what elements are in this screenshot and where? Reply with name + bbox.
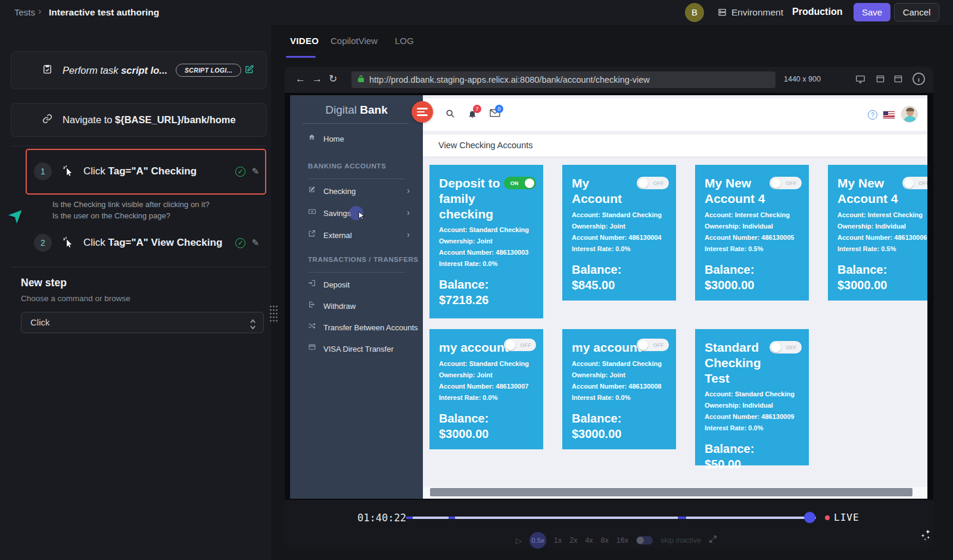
timeline-marker[interactable]	[449, 517, 455, 519]
bank-nav-checking[interactable]: Checking›	[290, 184, 423, 202]
tab-log[interactable]: LOG	[395, 36, 414, 46]
task-step-label: Perform task script lo...	[63, 65, 167, 76]
speed-1x-button[interactable]: 1x	[554, 536, 562, 545]
speed-8x-button[interactable]: 8x	[601, 536, 609, 545]
account-toggle[interactable]: OFF	[637, 177, 669, 189]
tab-video[interactable]: VIDEO	[290, 36, 319, 46]
account-balance: Balance:$3000.00	[439, 411, 534, 442]
bell-icon[interactable]: 7	[468, 109, 477, 121]
account-balance: Balance:$845.00	[572, 262, 667, 293]
scrollbar-thumb[interactable]	[430, 488, 912, 496]
cancel-button[interactable]: Cancel	[894, 3, 939, 21]
assertion-line: Is the Checking link visible after click…	[52, 200, 210, 209]
step-perform-task[interactable]: Perform task script lo... SCRIPT LOGI...	[11, 51, 267, 89]
account-card-title: My Account	[572, 176, 639, 207]
account-card-title: My New Account 4	[705, 176, 771, 207]
bank-nav-transfer-between-accounts[interactable]: Transfer Between Accounts	[290, 321, 423, 339]
user-avatar[interactable]: B	[685, 3, 704, 22]
account-card[interactable]: OFF My Account Account: Standard Checkin…	[562, 165, 676, 301]
bank-page-title: View Checking Accounts	[438, 140, 533, 150]
save-button[interactable]: Save	[854, 3, 890, 21]
timeline-track[interactable]	[406, 517, 816, 519]
account-card[interactable]: OFF my account Account: Standard Checkin…	[562, 329, 676, 449]
account-toggle[interactable]: ON	[504, 177, 536, 189]
window-icon[interactable]	[893, 74, 903, 86]
horizontal-scrollbar[interactable]	[423, 487, 927, 498]
account-toggle[interactable]: OFF	[770, 177, 802, 189]
skip-inactive-toggle[interactable]	[636, 536, 653, 545]
account-toggle[interactable]: OFF	[770, 341, 802, 353]
bank-nav-home[interactable]: Home	[290, 132, 423, 150]
play-icon[interactable]: ▷	[516, 536, 522, 545]
edit-script-icon[interactable]	[245, 65, 254, 76]
step-passed-icon: ✓	[235, 238, 245, 248]
video-player-frame: ← → ↻ http://prod.dbank.staging-apps.rel…	[285, 67, 933, 548]
language-flag-icon[interactable]	[883, 111, 895, 118]
step-2-click-view-checking[interactable]: 2 Click Tag="A" View Checking ✓ ✎	[26, 225, 266, 261]
divider	[302, 123, 409, 124]
live-indicator-dot	[825, 515, 830, 520]
help-icon[interactable]: ?	[868, 110, 877, 120]
bank-topbar: 7 0 ?	[423, 98, 927, 131]
skip-inactive-label: skip inactive	[661, 536, 701, 545]
url-bar[interactable]: http://prod.dbank.staging-apps.relicx.ai…	[351, 71, 776, 88]
edit-step-icon[interactable]: ✎	[251, 237, 259, 248]
bank-logo: Digital Bank	[290, 104, 423, 117]
bank-nav-withdraw[interactable]: Withdraw	[290, 299, 423, 317]
timeline-thumb[interactable]	[804, 512, 815, 523]
hamburger-menu-button[interactable]	[412, 101, 433, 123]
breadcrumb-tests[interactable]: Tests	[14, 7, 35, 17]
edit-step-icon[interactable]: ✎	[251, 166, 259, 177]
back-icon[interactable]: ←	[295, 73, 306, 85]
active-tab-indicator	[286, 56, 316, 58]
live-label: LIVE	[834, 512, 859, 523]
step-navigate[interactable]: Navigate to ${BASE_URL}/bank/home	[11, 103, 267, 137]
timeline-marker[interactable]	[406, 517, 413, 519]
edit-square-icon	[308, 186, 316, 195]
refresh-icon[interactable]: ↻	[329, 73, 337, 85]
account-toggle[interactable]: OFF	[637, 339, 669, 351]
command-select[interactable]: Click	[21, 312, 264, 333]
bank-app-screen: Digital Bank Home BANKING ACCOUNTS Check…	[290, 95, 927, 499]
home-icon	[308, 133, 316, 143]
environment-value[interactable]: Production	[792, 7, 842, 17]
account-card[interactable]: OFF My New Account 4 Account: Interest C…	[695, 165, 809, 301]
bank-nav-visa-direct-transfer[interactable]: VISA Direct Transfer	[290, 342, 423, 360]
window-icon[interactable]	[876, 74, 885, 86]
bank-nav-deposit[interactable]: Deposit	[290, 278, 423, 296]
chevron-right-icon: ›	[407, 186, 410, 195]
account-card[interactable]: OFF Standard Checking Test Account: Stan…	[695, 329, 809, 465]
chevron-right-icon: ›	[407, 208, 410, 217]
test-steps-panel: Perform task script lo... SCRIPT LOGI...…	[0, 25, 271, 560]
bank-user-avatar[interactable]	[901, 106, 918, 123]
account-balance: Balance:$3000.00	[572, 411, 667, 442]
speed-0-5x-button[interactable]: 0.5x	[530, 532, 546, 549]
speed-4x-button[interactable]: 4x	[585, 536, 593, 545]
video-viewport: Digital Bank Home BANKING ACCOUNTS Check…	[285, 93, 933, 500]
tab-copilotview[interactable]: CopilotView	[331, 36, 378, 46]
fullscreen-icon[interactable]	[709, 535, 717, 546]
script-login-pill[interactable]: SCRIPT LOGI...	[176, 64, 241, 77]
speed-16x-button[interactable]: 16x	[616, 536, 628, 545]
timeline-marker[interactable]	[678, 517, 686, 519]
app-header: Tests › Interactive test authoring B Env…	[0, 0, 953, 25]
info-icon[interactable]	[912, 72, 926, 88]
panel-resize-handle[interactable]	[269, 305, 278, 324]
monitor-icon[interactable]	[855, 74, 865, 86]
step-1-label: Click Tag="A" Checking	[83, 165, 197, 177]
account-card[interactable]: ON Deposit to family checking Account: S…	[429, 165, 543, 318]
search-icon[interactable]	[446, 109, 455, 121]
account-card-title: Deposit to family checking	[439, 176, 506, 221]
account-toggle[interactable]: OFF	[902, 177, 927, 189]
account-card[interactable]: OFF my account Account: Standard Checkin…	[429, 329, 543, 449]
account-toggle[interactable]: OFF	[504, 339, 536, 351]
bank-nav-external[interactable]: External›	[290, 229, 423, 246]
external-link-icon	[308, 230, 316, 239]
bank-section-transactions: TRANSACTIONS / TRANSFERS	[308, 256, 419, 263]
chevron-right-icon: ›	[407, 230, 410, 239]
speed-2x-button[interactable]: 2x	[569, 536, 577, 545]
step-1-click-checking[interactable]: 1 Click Tag="A" Checking ✓ ✎	[26, 154, 266, 189]
mail-icon[interactable]: 0	[490, 109, 500, 120]
forward-icon[interactable]: →	[312, 73, 322, 85]
account-card[interactable]: OFF My New Account 4 Account: Interest C…	[828, 165, 927, 301]
